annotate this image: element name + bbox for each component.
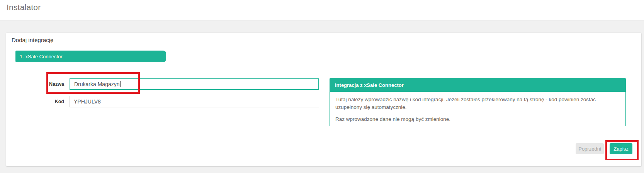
- top-app-bar: Instalator: [0, 0, 644, 21]
- wizard-step-xsale-connector[interactable]: 1. xSale Connector: [15, 51, 166, 62]
- name-input-value: Drukarka Magazyn: [74, 81, 120, 87]
- info-panel-body: Tutaj należy wprowadzić nazwę i kod inte…: [330, 92, 626, 126]
- info-paragraph-2: Raz wprowadzone dane nie mogą być zmieni…: [335, 115, 620, 123]
- code-input-value: YPHJULV8: [74, 98, 101, 105]
- card-title: Dodaj integrację: [12, 37, 53, 43]
- code-input[interactable]: YPHJULV8: [70, 96, 319, 107]
- info-panel-header: Integracja z xSale Connector: [330, 78, 626, 92]
- save-button[interactable]: Zapisz: [610, 143, 632, 154]
- info-paragraph-1: Tutaj należy wprowadzić nazwę i kod inte…: [335, 96, 620, 111]
- name-field-label: Nazwa: [42, 81, 64, 87]
- wizard-step-label: 1. xSale Connector: [20, 54, 63, 59]
- text-cursor: [120, 81, 121, 87]
- code-field-label: Kod: [42, 99, 64, 105]
- info-panel-title: Integracja z xSale Connector: [335, 82, 404, 88]
- page-title: Instalator: [7, 3, 41, 12]
- previous-button[interactable]: Poprzedni: [576, 143, 604, 154]
- add-integration-card: Dodaj integrację 1. xSale Connector Nazw…: [6, 33, 641, 166]
- info-panel: Integracja z xSale Connector Tutaj należ…: [330, 78, 626, 126]
- name-input[interactable]: Drukarka Magazyn: [70, 78, 319, 90]
